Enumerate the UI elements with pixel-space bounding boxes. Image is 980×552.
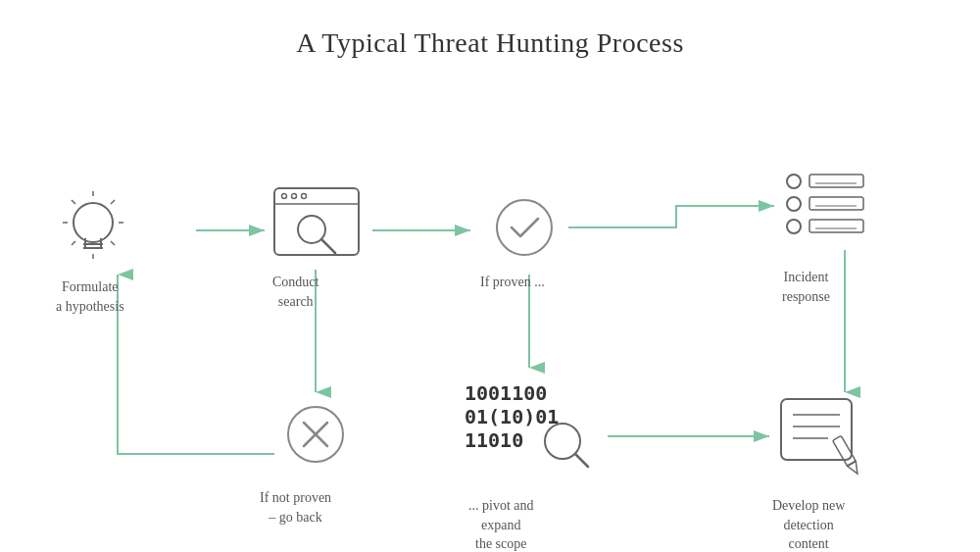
- diagram-svg: 1001100 01(10)01 11010: [0, 69, 980, 549]
- detection-icon: [781, 399, 861, 477]
- svg-rect-33: [809, 220, 863, 232]
- detection-label: Develop new detection content: [772, 488, 845, 552]
- search-label: Conduct search: [272, 265, 318, 311]
- svg-line-17: [111, 241, 115, 245]
- svg-point-27: [497, 200, 552, 255]
- svg-point-21: [282, 194, 287, 199]
- if-proven-label: If proven ...: [480, 265, 545, 292]
- svg-line-14: [72, 200, 75, 204]
- incident-label: Incident response: [782, 260, 830, 306]
- svg-text:01(10)01: 01(10)01: [465, 405, 559, 428]
- svg-rect-48: [781, 399, 852, 460]
- svg-point-23: [302, 194, 307, 199]
- svg-marker-53: [848, 461, 862, 476]
- search-icon: [274, 188, 359, 255]
- not-proven-label: If not proven – go back: [260, 480, 331, 527]
- svg-line-16: [72, 241, 75, 245]
- svg-point-22: [292, 194, 297, 199]
- svg-rect-31: [809, 175, 863, 187]
- svg-point-29: [787, 197, 801, 211]
- hypothesis-label: Formulate a hypothesis: [56, 270, 124, 316]
- svg-line-46: [575, 454, 588, 467]
- svg-point-3: [74, 203, 113, 242]
- svg-line-15: [111, 200, 115, 204]
- page-title: A Typical Threat Hunting Process: [0, 0, 980, 59]
- svg-text:11010: 11010: [465, 428, 523, 452]
- svg-point-28: [787, 175, 801, 188]
- incident-icon: [787, 175, 863, 233]
- svg-rect-32: [809, 197, 863, 210]
- svg-text:1001100: 1001100: [465, 381, 547, 405]
- pivot-label: ... pivot and expand the scope: [468, 488, 534, 552]
- svg-point-30: [787, 220, 801, 233]
- svg-line-25: [321, 239, 335, 253]
- if-proven-icon: [497, 200, 552, 255]
- hypothesis-icon: [63, 191, 123, 259]
- svg-rect-19: [274, 188, 359, 255]
- pivot-icon: 1001100 01(10)01 11010: [465, 381, 588, 467]
- not-proven-icon: [288, 407, 343, 462]
